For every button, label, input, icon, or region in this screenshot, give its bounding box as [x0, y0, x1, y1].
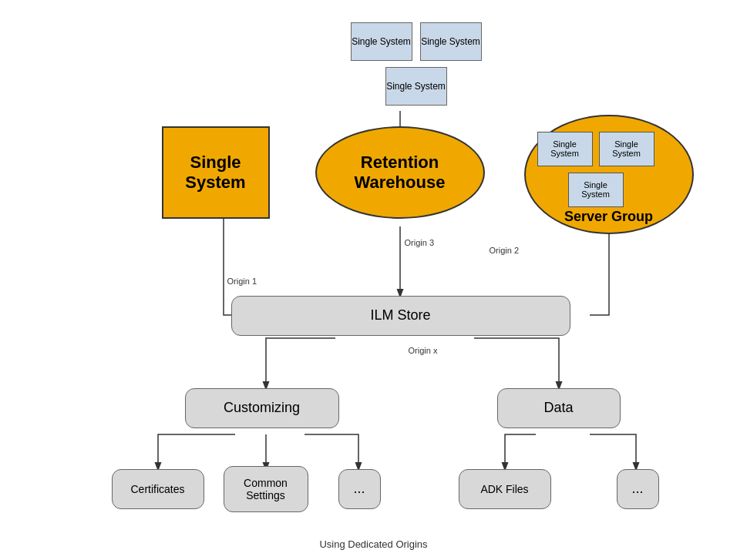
sg-box-1: SingleSystem: [537, 132, 593, 166]
certificates: Certificates: [112, 469, 204, 509]
origin3-label: Origin 3: [405, 238, 435, 247]
originx-label: Origin x: [409, 346, 438, 355]
top-single-system-2: Single System: [420, 22, 482, 61]
origin2-label: Origin 2: [490, 246, 520, 255]
common-settings: Common Settings: [224, 466, 308, 512]
sg-box-3: SingleSystem: [568, 173, 624, 207]
ellipsis-data: ...: [617, 469, 659, 509]
diagram-container: Single System Single System Single Syste…: [27, 7, 721, 554]
server-group-oval: SingleSystem SingleSystem SingleSystem S…: [524, 115, 694, 234]
customizing: Customizing: [185, 388, 339, 428]
sg-box-2: SingleSystem: [599, 132, 654, 166]
retention-warehouse: Retention Warehouse: [315, 126, 485, 219]
origin1-label: Origin 1: [227, 277, 257, 286]
server-group-label: Server Group: [526, 209, 692, 225]
top-single-system-3: Single System: [385, 67, 447, 106]
diagram-caption: Using Dedicated Origins: [27, 538, 721, 550]
ellipsis-customizing: ...: [338, 469, 381, 509]
top-single-system-1: Single System: [351, 22, 412, 61]
ilm-store: ILM Store: [231, 296, 570, 336]
adk-files: ADK Files: [459, 469, 551, 509]
single-system-left: Single System: [162, 126, 270, 219]
data-node: Data: [497, 388, 621, 428]
